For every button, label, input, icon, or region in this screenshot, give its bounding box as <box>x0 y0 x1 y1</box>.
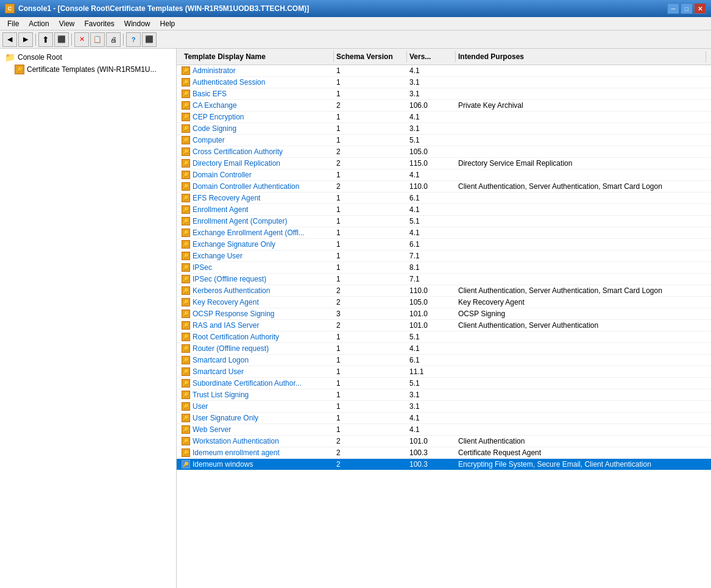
window-controls[interactable]: ─ □ ✕ <box>667 3 706 14</box>
cert-row-icon: 🔑 <box>182 124 190 133</box>
table-row[interactable]: 🔑EFS Recovery Agent16.1 <box>177 193 711 204</box>
menu-help[interactable]: Help <box>155 18 180 29</box>
delete-button[interactable]: ✕ <box>74 32 89 47</box>
table-row[interactable]: 🔑Trust List Signing13.1 <box>177 389 711 401</box>
table-row[interactable]: 🔑Directory Email Replication2115.0Direct… <box>177 158 711 169</box>
table-row[interactable]: 🔑User13.1 <box>177 401 711 413</box>
table-row[interactable]: 🔑Router (Offline request)14.1 <box>177 343 711 355</box>
row-name-text: CA Exchange <box>193 101 237 110</box>
row-name-cell: 🔑Domain Controller <box>182 171 334 179</box>
row-version-cell: 110.0 <box>407 182 456 191</box>
properties-button[interactable]: 📋 <box>90 32 105 47</box>
row-name-text: Idemeum windows <box>193 460 253 469</box>
row-schema-cell: 1 <box>334 402 407 411</box>
table-row[interactable]: 🔑Exchange Enrollment Agent (Offl...14.1 <box>177 227 711 239</box>
table-row[interactable]: 🔑Authenticated Session13.1 <box>177 77 711 88</box>
row-purposes-cell <box>456 278 706 280</box>
table-row[interactable]: 🔑OCSP Response Signing3101.0OCSP Signing <box>177 308 711 320</box>
table-row[interactable]: 🔑Domain Controller Authentication2110.0C… <box>177 181 711 193</box>
table-row[interactable]: 🔑Smartcard Logon16.1 <box>177 355 711 366</box>
row-name-cell: 🔑OCSP Response Signing <box>182 310 334 318</box>
row-name-cell: 🔑CEP Encryption <box>182 113 334 121</box>
cert-row-icon: 🔑 <box>182 402 190 411</box>
row-name-cell: 🔑Web Server <box>182 425 334 434</box>
back-button[interactable]: ◀ <box>2 32 17 47</box>
row-purposes-cell <box>456 197 706 199</box>
row-name-text: EFS Recovery Agent <box>193 194 260 202</box>
row-purposes-cell <box>456 348 706 349</box>
table-row[interactable]: 🔑RAS and IAS Server2101.0Client Authenti… <box>177 320 711 331</box>
close-button[interactable]: ✕ <box>694 3 706 14</box>
table-row[interactable]: 🔑IPSec (Offline request)17.1 <box>177 274 711 285</box>
table-row[interactable]: 🔑Enrollment Agent14.1 <box>177 204 711 216</box>
row-name-cell: 🔑Enrollment Agent (Computer) <box>182 217 334 225</box>
table-row[interactable]: 🔑User Signature Only14.1 <box>177 413 711 424</box>
cert-row-icon: 🔑 <box>182 228 190 237</box>
table-row[interactable]: 🔑IPSec18.1 <box>177 262 711 274</box>
cert-row-icon: 🔑 <box>182 321 190 330</box>
row-schema-cell: 1 <box>334 77 407 87</box>
row-name-text: OCSP Response Signing <box>193 310 275 318</box>
table-row[interactable]: 🔑Idemeum windows2100.3Encrypting File Sy… <box>177 459 711 470</box>
row-version-cell: 3.1 <box>407 402 456 411</box>
table-row[interactable]: 🔑Idemeum enrollment agent2100.3Certifica… <box>177 447 711 459</box>
row-name-cell: 🔑Authenticated Session <box>182 78 334 87</box>
extra-button[interactable]: ⬛ <box>142 32 157 47</box>
row-name-text: Exchange User <box>193 252 242 260</box>
sidebar-item-cert-templates[interactable]: 🔑 Certificate Templates (WIN-R1R5M1U... <box>0 63 176 76</box>
menu-window[interactable]: Window <box>119 18 155 29</box>
row-purposes-cell <box>456 417 706 419</box>
row-name-text: Administrator <box>193 66 236 75</box>
maximize-button[interactable]: □ <box>681 3 693 14</box>
row-name-text: Domain Controller <box>193 171 252 179</box>
forward-button[interactable]: ▶ <box>18 32 33 47</box>
table-row[interactable]: 🔑Web Server14.1 <box>177 424 711 436</box>
menu-file[interactable]: File <box>2 18 24 29</box>
table-row[interactable]: 🔑Exchange User17.1 <box>177 250 711 262</box>
row-schema-cell: 1 <box>334 425 407 434</box>
table-row[interactable]: 🔑Code Signing13.1 <box>177 123 711 135</box>
cert-row-icon: 🔑 <box>182 240 190 249</box>
menu-view[interactable]: View <box>54 18 80 29</box>
show-hide-button[interactable]: ⬛ <box>54 32 69 47</box>
cert-row-icon: 🔑 <box>182 217 190 225</box>
row-name-text: RAS and IAS Server <box>193 321 259 330</box>
minimize-button[interactable]: ─ <box>667 3 679 14</box>
row-purposes-cell <box>456 140 706 141</box>
table-row[interactable]: 🔑Key Recovery Agent2105.0Key Recovery Ag… <box>177 297 711 308</box>
col-schema-version: Schema Version <box>334 51 407 62</box>
table-row[interactable]: 🔑CA Exchange2106.0Private Key Archival <box>177 100 711 112</box>
row-version-cell: 100.3 <box>407 448 456 458</box>
table-row[interactable]: 🔑Kerberos Authentication2110.0Client Aut… <box>177 285 711 297</box>
table-row[interactable]: 🔑Domain Controller14.1 <box>177 169 711 181</box>
row-schema-cell: 1 <box>334 205 407 214</box>
table-row[interactable]: 🔑Smartcard User111.1 <box>177 366 711 378</box>
row-version-cell: 5.1 <box>407 378 456 388</box>
table-row[interactable]: 🔑Computer15.1 <box>177 135 711 146</box>
table-row[interactable]: 🔑Basic EFS13.1 <box>177 88 711 100</box>
table-row[interactable]: 🔑Cross Certification Authority2105.0 <box>177 146 711 158</box>
print-button[interactable]: 🖨 <box>106 32 121 47</box>
table-row[interactable]: 🔑Workstation Authentication2101.0Client … <box>177 436 711 447</box>
help-button[interactable]: ? <box>126 32 141 47</box>
table-row[interactable]: 🔑Subordinate Certification Author...15.1 <box>177 378 711 389</box>
sidebar-item-console-root[interactable]: 📁 Console Root <box>0 51 176 63</box>
menu-favorites[interactable]: Favorites <box>80 18 119 29</box>
table-row[interactable]: 🔑Exchange Signature Only16.1 <box>177 239 711 250</box>
menu-action[interactable]: Action <box>24 18 54 29</box>
row-schema-cell: 2 <box>334 321 407 330</box>
table-row[interactable]: 🔑CEP Encryption14.1 <box>177 112 711 123</box>
row-version-cell: 115.0 <box>407 158 456 168</box>
cert-row-icon: 🔑 <box>182 391 190 399</box>
row-version-cell: 101.0 <box>407 321 456 330</box>
row-schema-cell: 1 <box>334 135 407 145</box>
row-name-text: Directory Email Replication <box>193 159 280 168</box>
table-row[interactable]: 🔑Enrollment Agent (Computer)15.1 <box>177 216 711 227</box>
row-version-cell: 5.1 <box>407 332 456 342</box>
up-button[interactable]: ⬆ <box>38 32 53 47</box>
table-row[interactable]: 🔑Administrator14.1 <box>177 65 711 77</box>
row-schema-cell: 1 <box>334 332 407 342</box>
table-row[interactable]: 🔑Root Certification Authority15.1 <box>177 331 711 343</box>
row-version-cell: 6.1 <box>407 239 456 249</box>
row-name-text: Exchange Enrollment Agent (Offl... <box>193 228 305 237</box>
